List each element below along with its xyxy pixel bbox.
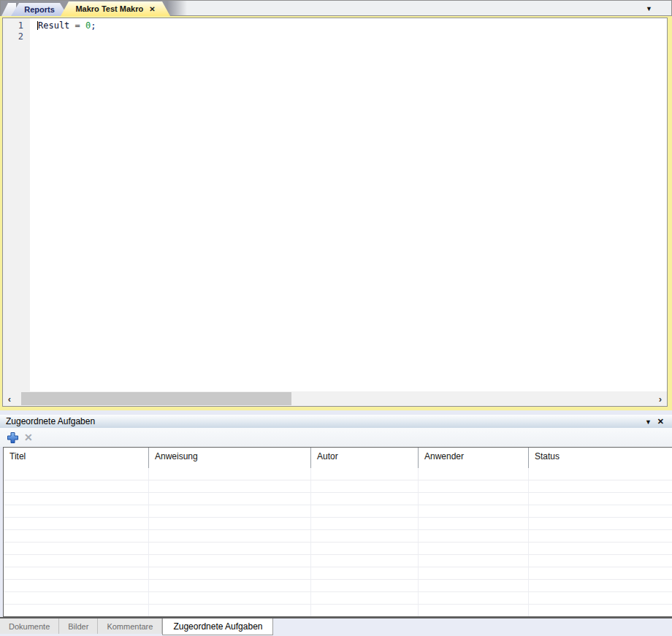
table-cell — [311, 505, 419, 517]
task-panel-title: Zugeordnete Aufgaben — [6, 416, 95, 426]
table-cell — [311, 580, 419, 591]
table-cell — [149, 505, 311, 517]
tab-dokumente[interactable]: Dokumente — [0, 618, 59, 634]
tab-kommentare[interactable]: Kommentare — [98, 618, 162, 634]
scroll-right-icon[interactable]: › — [654, 391, 667, 406]
tab-makro-label: Makro Test Makro — [75, 4, 143, 13]
table-cell — [529, 505, 672, 517]
column-header-status[interactable]: Status — [529, 448, 672, 468]
table-cell — [311, 518, 419, 529]
tab-makro-test-makro[interactable]: Makro Test Makro ✕ — [61, 1, 170, 16]
table-cell — [149, 493, 311, 505]
table-cell — [419, 468, 529, 480]
table-cell — [4, 493, 149, 505]
line-number-gutter: 1 2 — [3, 18, 30, 391]
table-cell — [529, 530, 672, 542]
add-task-button[interactable] — [6, 431, 19, 444]
line-number: 1 — [3, 20, 23, 31]
table-cell — [311, 592, 419, 604]
table-cell — [419, 555, 529, 567]
tab-zugeordnete-aufgaben[interactable]: Zugeordnete Aufgaben — [162, 618, 273, 635]
table-row[interactable] — [4, 605, 672, 617]
table-row[interactable] — [4, 505, 672, 518]
table-cell — [529, 567, 672, 579]
table-cell — [4, 518, 149, 529]
table-cell — [311, 605, 419, 616]
table-cell — [4, 592, 149, 604]
tab-reports[interactable]: Reports — [11, 3, 68, 16]
close-tab-icon[interactable]: ✕ — [149, 5, 155, 13]
table-cell — [419, 543, 529, 554]
table-cell — [529, 493, 672, 505]
table-cell — [4, 468, 149, 480]
table-row[interactable] — [4, 592, 672, 605]
task-panel-titlebar: Zugeordnete Aufgaben ▼ ✕ — [0, 415, 672, 428]
table-cell — [419, 493, 529, 505]
code-operator: = — [69, 20, 85, 31]
table-cell — [529, 468, 672, 480]
task-panel-toolbar: ✕ — [0, 428, 672, 447]
table-cell — [419, 530, 529, 542]
table-row[interactable] — [4, 468, 672, 480]
table-cell — [529, 555, 672, 567]
column-header-anweisung[interactable]: Anweisung — [149, 448, 311, 468]
table-cell — [149, 468, 311, 480]
table-row[interactable] — [4, 567, 672, 580]
table-cell — [4, 530, 149, 542]
tab-kommentare-label: Kommentare — [107, 622, 153, 631]
table-cell — [311, 468, 419, 480]
editor-tabbar: Reports Makro Test Makro ✕ ▼ — [0, 0, 672, 16]
table-row[interactable] — [4, 518, 672, 530]
bottom-tabbar: Dokumente Bilder Kommentare Zugeordnete … — [0, 618, 672, 636]
table-cell — [419, 605, 529, 616]
table-cell — [529, 605, 672, 616]
table-cell — [311, 567, 419, 579]
table-cell — [529, 518, 672, 529]
table-cell — [149, 555, 311, 567]
column-header-anwender[interactable]: Anwender — [419, 448, 529, 468]
table-cell — [529, 580, 672, 591]
table-cell — [311, 493, 419, 505]
table-cell — [311, 543, 419, 554]
table-cell — [4, 580, 149, 591]
tab-bilder[interactable]: Bilder — [59, 618, 98, 634]
tab-bilder-label: Bilder — [68, 622, 88, 631]
line-number: 2 — [3, 31, 23, 42]
table-row[interactable] — [4, 530, 672, 543]
scroll-left-icon[interactable]: ‹ — [3, 391, 16, 406]
table-cell — [311, 530, 419, 542]
code-editor-surface[interactable]: Result = 0; — [30, 18, 667, 391]
table-row[interactable] — [4, 555, 672, 567]
table-cell — [419, 580, 529, 591]
table-row[interactable] — [4, 493, 672, 505]
panel-collapse-icon[interactable]: ▼ — [645, 418, 652, 426]
table-cell — [4, 480, 149, 492]
table-cell — [149, 530, 311, 542]
delete-task-icon[interactable]: ✕ — [24, 432, 33, 443]
table-cell — [149, 580, 311, 591]
horizontal-scrollbar[interactable]: ‹ › — [3, 391, 667, 406]
code-identifier: Result — [38, 20, 69, 31]
table-row[interactable] — [4, 543, 672, 555]
tab-zugeordnete-aufgaben-label: Zugeordnete Aufgaben — [173, 621, 262, 632]
table-header-row: Titel Anweisung Autor Anwender Status — [4, 448, 672, 468]
table-row[interactable] — [4, 480, 672, 493]
column-header-autor[interactable]: Autor — [311, 448, 419, 468]
table-cell — [419, 592, 529, 604]
panel-close-icon[interactable]: ✕ — [657, 417, 664, 426]
scrollbar-track[interactable] — [16, 391, 654, 406]
code-terminator: ; — [91, 20, 96, 31]
plus-icon — [7, 432, 19, 444]
table-cell — [419, 518, 529, 529]
table-cell — [149, 480, 311, 492]
tab-overflow-icon[interactable]: ▼ — [646, 5, 652, 12]
table-cell — [419, 505, 529, 517]
table-cell — [149, 592, 311, 604]
scrollbar-thumb[interactable] — [21, 392, 291, 405]
table-cell — [4, 505, 149, 517]
column-header-titel[interactable]: Titel — [4, 448, 149, 468]
table-cell — [4, 605, 149, 616]
table-cell — [4, 567, 149, 579]
table-row[interactable] — [4, 580, 672, 592]
table-cell — [149, 605, 311, 616]
